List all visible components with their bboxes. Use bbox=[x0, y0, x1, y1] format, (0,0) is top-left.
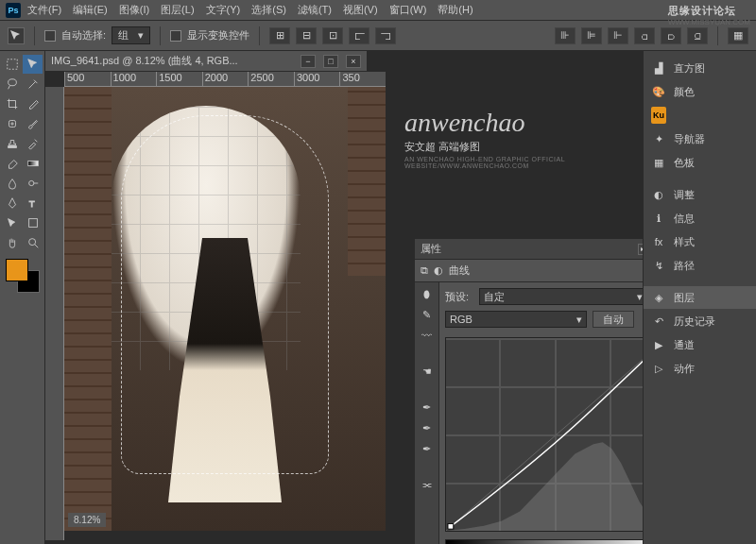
zoom-level[interactable]: 8.12% bbox=[68, 513, 106, 527]
group-select[interactable]: 组▾ bbox=[112, 26, 150, 44]
menu-file[interactable]: 文件(F) bbox=[23, 1, 66, 19]
histogram-icon: ▟ bbox=[651, 60, 666, 76]
watermark-title: 思缘设计论坛 bbox=[668, 4, 750, 18]
menu-layer[interactable]: 图层(L) bbox=[156, 1, 198, 19]
dock-item-histogram[interactable]: ▟直方图 bbox=[644, 57, 756, 79]
minimize-button[interactable]: − bbox=[301, 55, 316, 68]
distribute-icon[interactable]: ⫑ bbox=[687, 27, 708, 44]
curve-line[interactable] bbox=[446, 338, 643, 531]
stamp-tool-icon[interactable] bbox=[2, 134, 22, 153]
history-brush-tool-icon[interactable] bbox=[23, 134, 43, 153]
photoshop-logo-icon[interactable]: Ps bbox=[6, 3, 21, 18]
move-tool-icon[interactable] bbox=[8, 27, 25, 44]
show-transform-label: 显示变换控件 bbox=[187, 28, 249, 42]
curve-point-icon[interactable]: ⬮ bbox=[419, 286, 436, 301]
menu-image[interactable]: 图像(I) bbox=[114, 1, 154, 19]
ruler-horizontal[interactable]: 50010001500200025003000350 bbox=[64, 72, 386, 87]
menu-edit[interactable]: 编辑(E) bbox=[68, 1, 112, 19]
maximize-button[interactable]: □ bbox=[323, 55, 338, 68]
menu-help[interactable]: 帮助(H) bbox=[433, 1, 477, 19]
dock-item-channels[interactable]: ▶通道 bbox=[644, 333, 756, 356]
menu-filter[interactable]: 滤镜(T) bbox=[293, 1, 336, 19]
distribute-icon[interactable]: ⊫ bbox=[581, 27, 602, 44]
auto-button[interactable]: 自动 bbox=[593, 311, 634, 328]
document-canvas[interactable]: 8.12% bbox=[64, 87, 386, 531]
eyedropper-tool-icon[interactable] bbox=[23, 94, 43, 113]
options-bar: 自动选择: 组▾ 显示变换控件 ⊞ ⊟ ⊡ ⫍ ⫎ ⊪ ⊫ ⊩ ⫏ ⫐ ⫑ ▦ bbox=[0, 21, 756, 51]
color-swatches[interactable] bbox=[2, 259, 40, 297]
dock-item-color[interactable]: 🎨颜色 bbox=[644, 80, 756, 103]
lasso-tool-icon[interactable] bbox=[2, 75, 22, 94]
menu-type[interactable]: 文字(Y) bbox=[201, 1, 246, 19]
menu-view[interactable]: 视图(V) bbox=[338, 1, 383, 19]
target-adjust-icon[interactable]: ☚ bbox=[419, 364, 436, 379]
align-icon[interactable]: ⊟ bbox=[296, 27, 317, 44]
dock-item-swatches[interactable]: ▦色板 bbox=[644, 151, 756, 174]
eraser-tool-icon[interactable] bbox=[2, 154, 22, 173]
channel-select[interactable]: RGB▾ bbox=[445, 311, 587, 328]
dock-label: 图层 bbox=[674, 291, 695, 305]
chevron-down-icon: ▾ bbox=[637, 291, 643, 303]
gradient-tool-icon[interactable] bbox=[23, 154, 43, 173]
show-transform-checkbox[interactable] bbox=[170, 30, 181, 42]
canvas-area: IMG_9641.psd @ 8.12% (曲线 4, RGB... − □ ×… bbox=[45, 51, 643, 544]
distribute-icon[interactable]: ⫏ bbox=[634, 27, 655, 44]
smooth-icon[interactable]: 〰 bbox=[419, 328, 436, 343]
distribute-icon[interactable]: ⫐ bbox=[661, 27, 681, 44]
align-icon[interactable]: ⫎ bbox=[375, 27, 396, 44]
dodge-tool-icon[interactable] bbox=[23, 174, 43, 193]
zoom-tool-icon[interactable] bbox=[23, 233, 43, 252]
preset-select[interactable]: 自定▾ bbox=[479, 288, 643, 305]
svg-point-8 bbox=[28, 239, 35, 246]
pen-tool-icon[interactable] bbox=[2, 194, 22, 212]
type-tool-icon[interactable]: T bbox=[23, 194, 43, 212]
input-gradient[interactable] bbox=[445, 539, 643, 544]
dock-item-paths[interactable]: ↯路径 bbox=[644, 254, 756, 277]
heal-tool-icon[interactable] bbox=[2, 114, 22, 133]
sample-black-icon[interactable]: ✒ bbox=[419, 400, 436, 415]
color-icon: 🎨 bbox=[651, 84, 666, 99]
properties-tab[interactable]: 属性 bbox=[421, 242, 441, 256]
styles-icon: fx bbox=[651, 234, 666, 249]
sample-white-icon[interactable]: ✒ bbox=[419, 441, 436, 456]
align-icon[interactable]: ⫍ bbox=[349, 27, 369, 44]
pencil-icon[interactable]: ✎ bbox=[419, 307, 436, 322]
foreground-color[interactable] bbox=[6, 259, 28, 281]
edit-points-icon[interactable]: ⫘ bbox=[419, 477, 436, 492]
dock-item-styles[interactable]: fx样式 bbox=[644, 230, 756, 253]
workspace-icon[interactable]: ▦ bbox=[728, 27, 748, 44]
auto-select-checkbox[interactable] bbox=[44, 30, 56, 42]
blur-tool-icon[interactable] bbox=[2, 174, 22, 193]
dock-item-info[interactable]: ℹ信息 bbox=[644, 207, 756, 230]
align-icon[interactable]: ⊡ bbox=[322, 27, 343, 44]
dock-item-layers[interactable]: ◈图层 bbox=[644, 286, 756, 309]
preset-label: 预设: bbox=[445, 290, 473, 304]
dock-item-actions[interactable]: ▷动作 bbox=[644, 357, 756, 380]
marquee-tool-icon[interactable] bbox=[2, 55, 22, 74]
wand-tool-icon[interactable] bbox=[23, 75, 43, 94]
document-title[interactable]: IMG_9641.psd @ 8.12% (曲线 4, RGB... bbox=[51, 54, 293, 68]
dock-item-ku[interactable]: Ku bbox=[644, 104, 756, 127]
align-icon[interactable]: ⊞ bbox=[269, 27, 290, 44]
sample-gray-icon[interactable]: ✒ bbox=[419, 420, 436, 435]
move-tool-icon[interactable] bbox=[23, 55, 43, 74]
brick-wall bbox=[348, 87, 386, 276]
dock-item-adjustments[interactable]: ◐调整 bbox=[644, 183, 756, 206]
distribute-icon[interactable]: ⊩ bbox=[608, 27, 628, 44]
crop-tool-icon[interactable] bbox=[2, 94, 22, 113]
svg-text:T: T bbox=[28, 198, 34, 209]
curves-graph[interactable] bbox=[445, 337, 643, 532]
brush-tool-icon[interactable] bbox=[23, 114, 43, 133]
dock-item-history[interactable]: ↶历史记录 bbox=[644, 310, 756, 332]
distribute-icon[interactable]: ⊪ bbox=[555, 27, 576, 44]
shape-tool-icon[interactable] bbox=[23, 213, 43, 232]
path-select-tool-icon[interactable] bbox=[2, 213, 22, 232]
dock-item-navigator[interactable]: ✦导航器 bbox=[644, 128, 756, 150]
info-icon: ℹ bbox=[651, 211, 666, 226]
close-button[interactable]: × bbox=[346, 55, 361, 68]
ruler-vertical[interactable] bbox=[45, 87, 64, 540]
collapse-icon[interactable]: ▸▸ bbox=[638, 244, 643, 255]
menu-select[interactable]: 选择(S) bbox=[247, 1, 291, 19]
menu-window[interactable]: 窗口(W) bbox=[385, 1, 432, 19]
hand-tool-icon[interactable] bbox=[2, 233, 22, 252]
